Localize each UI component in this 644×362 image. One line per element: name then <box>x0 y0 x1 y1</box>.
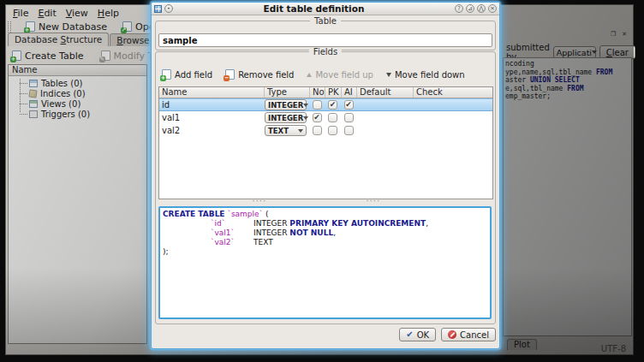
cancel-button[interactable]: Cancel <box>441 328 496 341</box>
help-button[interactable]: ? <box>455 4 463 13</box>
sql-line: `val2`TEXT <box>163 238 487 247</box>
chevron-down-icon <box>303 104 308 107</box>
table-group-label: Table <box>310 16 341 26</box>
field-name-cell[interactable]: val2 <box>159 126 264 135</box>
field-name-cell[interactable]: id <box>159 100 264 110</box>
log-line: ype,name,sql,tbl_name FROM <box>505 68 631 77</box>
tree-body: Tables (0) Indices (0) Views (0) Trigger… <box>9 76 146 119</box>
indices-icon <box>28 89 37 98</box>
toolbar-drag-handle[interactable] <box>8 21 11 33</box>
minimize-button[interactable]: ⊿ <box>466 4 474 13</box>
log-line: emp_master; <box>505 92 631 101</box>
tree-item-indices[interactable]: Indices (0) <box>9 88 146 98</box>
table-name-input[interactable] <box>158 33 492 47</box>
not-null-checkbox[interactable] <box>313 113 322 122</box>
ai-checkbox[interactable] <box>344 126 354 135</box>
fields-toolbar: + Add field − Remove field Move field up… <box>159 67 468 82</box>
close-button[interactable]: ✕ <box>488 4 497 13</box>
new-database-icon: + <box>26 21 35 32</box>
type-select[interactable]: INTEGER <box>265 99 307 110</box>
field-row-val2[interactable]: val2 TEXT <box>159 124 492 137</box>
ok-button[interactable]: ✔ OK <box>399 328 436 341</box>
type-select[interactable]: TEXT <box>265 125 307 136</box>
create-table-icon: + <box>12 50 21 61</box>
dock-float-icon[interactable]: ❐ <box>611 31 616 38</box>
log-line: ncoding <box>505 60 631 68</box>
tree-item-triggers[interactable]: Triggers (0) <box>9 109 146 119</box>
column-header-name[interactable]: Name <box>159 87 264 98</box>
sql-line: ); <box>163 247 487 257</box>
dialog-title: Edit table definition <box>173 3 455 14</box>
modify-table-icon: ✎ <box>101 50 110 61</box>
sql-preview[interactable]: CREATE TABLE `sample` ( `id`INTEGER PRIM… <box>158 206 492 319</box>
ai-checkbox[interactable] <box>344 113 354 122</box>
move-field-up-button[interactable]: Move field up <box>304 69 375 80</box>
sql-line: CREATE TABLE `sample` ( <box>163 210 487 219</box>
type-select[interactable]: INTEGER <box>265 112 307 123</box>
titlebar-menu-button[interactable]: • <box>164 4 173 13</box>
column-header-default[interactable]: Default <box>356 87 413 98</box>
new-database-button[interactable]: + New Database <box>23 21 110 33</box>
menubar: File Edit View Help <box>6 7 119 19</box>
ai-checkbox[interactable] <box>344 100 354 110</box>
fields-group-label: Fields <box>309 47 342 56</box>
fields-grid: Name Type Not PK AI Default Check id INT… <box>158 86 493 199</box>
create-table-button[interactable]: + Create Table <box>9 50 86 62</box>
structure-toolbar: + Create Table ✎ Modify Table <box>9 49 175 62</box>
not-null-checkbox[interactable] <box>313 100 322 110</box>
menu-help[interactable]: Help <box>98 8 119 19</box>
pk-checkbox[interactable] <box>328 126 337 135</box>
triggers-icon <box>29 110 38 118</box>
move-field-down-button[interactable]: Move field down <box>384 69 468 80</box>
column-header-type[interactable]: Type <box>264 87 309 98</box>
pk-checkbox[interactable] <box>328 113 337 122</box>
menu-view[interactable]: View <box>66 8 88 19</box>
screen: File Edit View Help + New Database ↗ Ope… <box>0 0 644 362</box>
dock-buttons: ❐ ✕ <box>611 31 627 38</box>
chevron-down-icon <box>592 50 597 54</box>
field-row-id[interactable]: id INTEGER <box>159 98 492 111</box>
chevron-down-icon <box>303 116 308 120</box>
tables-icon <box>29 80 38 87</box>
chevron-down-icon <box>298 129 303 133</box>
splitter-handle[interactable] <box>158 199 493 206</box>
titlebar-buttons: ? ⊿ ⋀ ✕ <box>455 4 497 13</box>
maximize-button[interactable]: ⋀ <box>477 4 486 13</box>
not-null-checkbox[interactable] <box>313 126 322 135</box>
views-icon <box>29 100 38 108</box>
menu-edit[interactable]: Edit <box>38 8 56 19</box>
column-header-check[interactable]: Check <box>413 87 492 98</box>
pk-checkbox[interactable] <box>328 100 337 110</box>
table-group: Table <box>155 21 496 50</box>
field-row-val1[interactable]: val1 INTEGER <box>159 111 492 124</box>
add-field-button[interactable]: + Add field <box>159 68 215 80</box>
column-header-pk[interactable]: PK <box>325 87 341 98</box>
log-line: aster UNION SELECT <box>505 76 631 85</box>
tree-column-header[interactable]: Name <box>9 65 146 76</box>
tree-item-views[interactable]: Views (0) <box>9 98 146 109</box>
dialog-buttons: ✔ OK Cancel <box>399 328 496 341</box>
ok-check-icon: ✔ <box>406 330 413 339</box>
log-line: e,sql,tbl_name FROM <box>505 85 631 93</box>
arrow-down-icon <box>386 73 391 77</box>
field-name-cell[interactable]: val1 <box>159 113 264 122</box>
edit-table-definition-dialog: • Edit table definition ? ⊿ ⋀ ✕ Table Fi… <box>151 2 500 349</box>
menu-file[interactable]: File <box>13 8 28 19</box>
sql-line: `val1`INTEGER NOT NULL, <box>163 228 487 238</box>
dialog-titlebar[interactable]: • Edit table definition ? ⊿ ⋀ ✕ <box>152 3 499 15</box>
column-header-not[interactable]: Not <box>309 87 325 98</box>
remove-field-icon: − <box>225 69 235 80</box>
encoding-status: UTF-8 <box>601 344 626 353</box>
arrow-up-icon <box>307 73 312 77</box>
sql-log-text[interactable]: ncoding ype,name,sql,tbl_name FROM aster… <box>503 57 632 336</box>
column-header-ai[interactable]: AI <box>341 87 356 98</box>
fields-grid-header: Name Type Not PK AI Default Check <box>159 87 492 98</box>
tab-database-structure[interactable]: Database Structure <box>8 33 109 46</box>
tree-item-tables[interactable]: Tables (0) <box>9 78 146 88</box>
cancel-icon <box>448 330 456 339</box>
fields-group: Fields + Add field − Remove field Move f… <box>155 51 496 324</box>
remove-field-button[interactable]: − Remove field <box>223 68 296 80</box>
open-database-icon: ↗ <box>122 21 132 32</box>
schema-tree-panel: Name Tables (0) Indices (0) Views (0) <box>8 64 147 344</box>
dock-close-icon[interactable]: ✕ <box>622 31 627 38</box>
